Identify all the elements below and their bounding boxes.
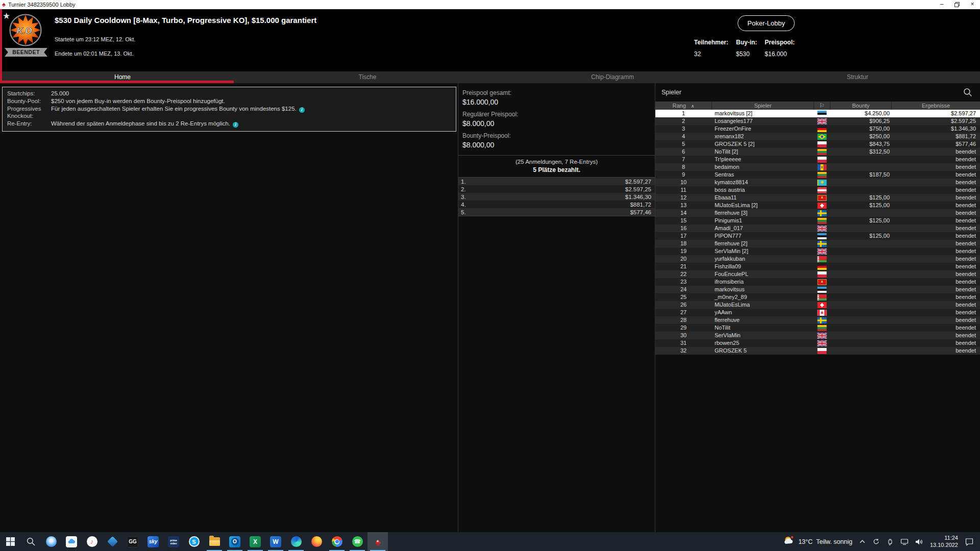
player-name: MiJatoEsLima [712,301,814,309]
restore-button[interactable] [949,0,965,9]
player-row[interactable]: 24markovitsusbeendet [655,286,980,293]
flag-de-icon [814,263,830,270]
player-row[interactable]: 5GROSZEK 5 [2]$843,75$577,46 [655,140,980,148]
column-header-results[interactable]: Ergebnisse [891,102,980,110]
player-rank: 26 [655,301,712,309]
player-row[interactable]: 14flerrehuve [3]beendet [655,209,980,217]
prize-pool-label: Preispool gesamt: [462,89,651,96]
taskbar-apple-music-icon[interactable]: ♪ [82,532,102,551]
player-row[interactable]: 18flerrehuve [2]beendet [655,240,980,247]
player-rank: 16 [655,224,712,232]
player-row[interactable]: 28flerrehuvebeendet [655,316,980,324]
player-row[interactable]: 3FreezerOnFire$750,00$1.346,30 [655,125,980,133]
player-row[interactable]: 15Pinigumis1$125,00beendet [655,217,980,224]
player-row[interactable]: 27yAAwnbeendet [655,309,980,316]
player-row[interactable]: 31rbowen25beendet [655,339,980,347]
player-result: beendet [891,324,980,332]
player-row[interactable]: 9Sentras$187,50beendet [655,171,980,179]
tray-network[interactable] [900,538,909,545]
close-button[interactable]: × [965,0,980,9]
taskbar-edge-icon[interactable] [286,532,306,551]
player-bounty: $906,25 [830,117,891,125]
action-center-icon[interactable] [965,538,974,546]
taskbar-sky-icon[interactable]: sky [143,532,163,551]
windows-taskbar: ♪GGskyprime videoSOXW☎♠★ 13°C Teilw. son… [0,532,980,551]
weather-widget[interactable]: 13°C Teilw. sonnig [782,535,852,548]
player-row[interactable]: 11boss austriabeendet [655,186,980,194]
player-row[interactable]: 2Losangeles177$906,25$2.597,25 [655,117,980,125]
taskbar-whatsapp-icon[interactable]: ☎ [347,532,368,551]
header-stat-label: Buy-in: [736,39,757,46]
tray-hidden-icons-chevron[interactable] [859,538,866,545]
player-row[interactable]: 12Ebaaa11$125,00beendet [655,194,980,202]
column-header-player[interactable]: Spieler [712,102,814,110]
player-row[interactable]: 26MiJatoEsLimabeendet [655,301,980,309]
player-row[interactable]: 4xrenanx182$250,00$881,72 [655,133,980,140]
taskbar-clock[interactable]: 11:24 13.10.2022 [930,535,958,548]
tournament-info-box: Startchips:25.000Bounty-Pool:$250 von je… [2,87,456,132]
column-header-rank[interactable]: Rang [655,102,712,110]
taskbar-chrome-icon[interactable] [327,532,347,551]
player-bounty [830,293,891,301]
player-row[interactable]: 13MiJatoEsLima [2]$125,00beendet [655,202,980,209]
taskbar-file-explorer-icon[interactable] [204,532,225,551]
player-row[interactable]: 25_m0ney2_89beendet [655,293,980,301]
taskbar-pokerstars-icon[interactable]: ♠★ [368,532,388,551]
taskbar-start-icon[interactable] [0,532,20,551]
player-result: beendet [891,156,980,163]
column-header-bounty[interactable]: Bounty [830,102,891,110]
tab-home[interactable]: Home [0,71,245,83]
player-row[interactable]: 7Tr!pleeeeebeendet [655,156,980,163]
player-row[interactable]: 23ifromsiberiabeendet [655,278,980,286]
player-row[interactable]: 22FouEnculePLbeendet [655,270,980,278]
player-result: beendet [891,186,980,194]
minimize-button[interactable]: – [934,0,949,9]
tab-struktur[interactable]: Struktur [735,71,980,83]
player-row[interactable]: 17PIPON777$125,00beendet [655,232,980,240]
info-label: Bounty-Pool: [7,97,48,105]
taskbar-ggpoker-icon[interactable]: GG [122,532,143,551]
prize-pools: Preispool gesamt:$16.000,00Regulärer Pre… [458,83,655,155]
player-rank: 7 [655,156,712,163]
player-row[interactable]: 20yurfakkubanbeendet [655,255,980,263]
taskbar-firefox-icon[interactable] [306,532,327,551]
taskbar-search-icon[interactable] [20,532,41,551]
search-icon[interactable] [963,87,973,97]
info-text: Während der späten Anmeldephase sind bis… [51,120,451,128]
tray-usb-device[interactable] [887,538,894,545]
tray-sync[interactable] [872,538,880,545]
player-result: beendet [891,270,980,278]
info-icon[interactable]: i [233,122,238,128]
column-header-flag-icon[interactable] [814,102,830,110]
taskbar-icloud-icon[interactable] [61,532,82,551]
flag-ch-icon [814,301,830,309]
taskbar-pokerstars-vr-icon[interactable] [102,532,122,551]
payout-place: 5. [461,209,466,215]
taskbar-word-icon[interactable]: W [265,532,286,551]
taskbar-prime-video-icon[interactable]: prime video [163,532,184,551]
player-name: markovitsus [712,286,814,293]
player-row[interactable]: 6NoTilit [2]$312,50beendet [655,148,980,156]
player-rank: 1 [655,110,712,117]
player-result: beendet [891,286,980,293]
player-row[interactable]: 29NoTilitbeendet [655,324,980,332]
info-icon[interactable]: i [299,107,305,113]
taskbar-excel-icon[interactable]: X [245,532,265,551]
player-row[interactable]: 8bedaimonbeendet [655,163,980,171]
player-bounty [830,339,891,347]
player-row[interactable]: 32GROSZEK 5beendet [655,347,980,355]
player-row[interactable]: 16Amadi_017beendet [655,224,980,232]
player-row[interactable]: 21Fishzilla09beendet [655,263,980,270]
tray-volume[interactable] [915,538,923,545]
player-row[interactable]: 19SerVlaMin [2]beendet [655,247,980,255]
taskbar-skype-icon[interactable]: S [184,532,204,551]
tab-chip-diagramm[interactable]: Chip-Diagramm [490,71,735,83]
poker-lobby-button[interactable]: Poker-Lobby [738,15,795,31]
tab-tische[interactable]: Tische [245,71,490,83]
player-row[interactable]: 10kymatoz8814beendet [655,179,980,186]
player-row[interactable]: 30SerVlaMinbeendet [655,332,980,339]
taskbar-signal-icon[interactable] [41,532,61,551]
payout-row: 4.$881,72 [458,201,655,208]
taskbar-outlook-icon[interactable]: O [225,532,245,551]
player-row[interactable]: 1markovitsus [2]$4.250,00$2.597,27 [655,110,980,117]
